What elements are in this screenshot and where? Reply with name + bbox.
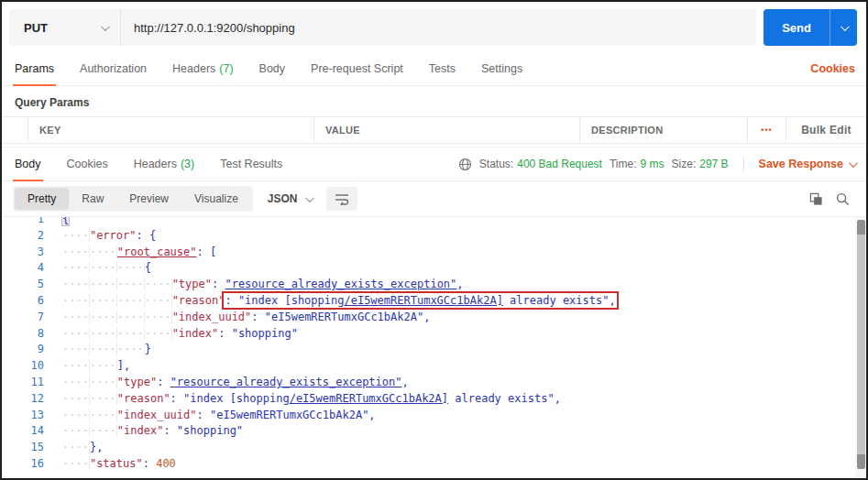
code-line: 11········"type": "resource_already_exis… (2, 375, 855, 391)
code-line: 8················"index": "shopping" (2, 326, 855, 343)
globe-icon (458, 158, 472, 171)
line-number: 3 (2, 245, 44, 261)
indent-guide: ···· (62, 311, 90, 323)
indent-guide: ···· (145, 278, 172, 290)
code-line: 1{ (2, 217, 855, 228)
code-line: 7················"index_uuid": "eI5wemRE… (2, 310, 855, 326)
language-dropdown[interactable]: JSON (262, 192, 317, 205)
response-header: Body Cookies Headers(3) Test Results Sta… (2, 147, 866, 181)
view-visualize[interactable]: Visualize (181, 188, 251, 210)
indent-guide: ···· (90, 245, 117, 258)
indent-guide: ···· (90, 424, 117, 437)
wrap-lines-button[interactable] (326, 187, 357, 211)
scrollbar-thumb[interactable] (857, 220, 865, 469)
indent-guide: ···· (62, 409, 90, 421)
query-params-header: KEY VALUE DESCRIPTION ••• Bulk Edit (2, 116, 866, 144)
view-preview[interactable]: Preview (116, 188, 181, 210)
code-line: 4············{ (2, 260, 855, 277)
indent-guide: ···· (62, 229, 90, 242)
indent-guide: ···· (62, 392, 90, 405)
bulk-edit-button[interactable]: Bulk Edit (786, 117, 866, 143)
response-meta: Status: 400 Bad Request Time: 9 ms Size:… (458, 147, 855, 180)
indent-guide: ···· (62, 294, 90, 307)
line-number: 1 (2, 217, 44, 228)
language-label: JSON (268, 192, 298, 205)
indent-guide: ···· (145, 311, 172, 323)
url-text: http://127.0.0.1:9200/shopping (134, 21, 295, 35)
indent-guide: ···· (90, 343, 117, 355)
code-line: 15····}, (2, 440, 855, 456)
request-tabs: Params Authorization Headers(7) Body Pre… (2, 52, 866, 86)
code-editor[interactable]: 1{2····"error": {3········"root_cause": … (2, 217, 855, 478)
size-badge: Size: 297 B (672, 158, 729, 170)
indent-guide: ···· (90, 376, 117, 388)
tab-headers[interactable]: Headers(7) (170, 52, 236, 85)
code-line: 10········], (2, 358, 855, 375)
code-line: 13········"index_uuid": "eI5wemRERTumxGC… (2, 408, 855, 424)
indent-guide: ···· (62, 441, 90, 453)
line-number: 7 (2, 310, 44, 326)
cookies-link[interactable]: Cookies (810, 62, 855, 75)
view-pretty[interactable]: Pretty (15, 188, 69, 210)
method-label: PUT (24, 21, 48, 35)
select-all-cell[interactable] (2, 117, 27, 143)
view-raw[interactable]: Raw (69, 188, 116, 210)
response-tab-cookies[interactable]: Cookies (65, 147, 110, 180)
method-dropdown[interactable]: PUT (9, 9, 121, 46)
code-lines: 1{2····"error": {3········"root_cause": … (2, 217, 855, 473)
query-params-title: Query Params (2, 86, 866, 116)
chevron-down-icon (849, 158, 858, 168)
send-options-button[interactable] (830, 9, 857, 46)
toolbar-right-icons (809, 192, 855, 206)
line-number: 13 (2, 408, 44, 424)
tab-pre-request-script[interactable]: Pre-request Script (309, 52, 405, 85)
indent-guide: ···· (62, 327, 90, 340)
annotation-box: : "index [shopping/eI5wemRERTumxGCc1bAk2… (225, 294, 615, 307)
indent-guide: ···· (62, 457, 90, 470)
code-line: 5················"type": "resource_alrea… (2, 277, 855, 293)
code-line: 2····"error": { (2, 228, 855, 245)
url-bar: PUT http://127.0.0.1:9200/shopping (9, 9, 756, 46)
tab-authorization[interactable]: Authorization (78, 52, 148, 85)
response-headers-count: (3) (181, 158, 194, 170)
indent-guide: ···· (62, 376, 90, 388)
line-number: 9 (2, 342, 44, 358)
send-button[interactable]: Send (764, 9, 830, 46)
response-tab-body[interactable]: Body (13, 147, 43, 180)
send-label: Send (782, 21, 811, 35)
vertical-scrollbar[interactable] (855, 217, 866, 478)
save-response-button[interactable]: Save Response (759, 158, 855, 170)
more-options-icon[interactable]: ••• (747, 117, 786, 143)
tab-settings[interactable]: Settings (479, 52, 524, 85)
line-number: 10 (2, 358, 44, 375)
column-description[interactable]: DESCRIPTION (579, 117, 747, 143)
indent-guide: ···· (117, 261, 145, 274)
line-number: 16 (2, 456, 44, 473)
indent-guide: ···· (90, 392, 117, 405)
response-tab-test-results[interactable]: Test Results (218, 147, 284, 180)
column-value[interactable]: VALUE (313, 117, 579, 143)
search-icon[interactable] (836, 192, 850, 206)
indent-guide: ···· (62, 278, 90, 290)
indent-guide: ···· (145, 294, 172, 307)
indent-guide: ···· (90, 261, 117, 274)
tab-tests[interactable]: Tests (427, 52, 457, 85)
line-number: 15 (2, 440, 44, 456)
indent-guide: ···· (117, 311, 145, 323)
divider (743, 157, 744, 171)
copy-icon[interactable] (809, 192, 823, 206)
tab-params[interactable]: Params (13, 52, 56, 85)
tab-body[interactable]: Body (258, 52, 288, 85)
indent-guide: ···· (117, 327, 145, 340)
url-input[interactable]: http://127.0.0.1:9200/shopping (121, 9, 756, 46)
code-line: 16····"status": 400 (2, 456, 855, 473)
line-number: 4 (2, 260, 44, 277)
indent-guide: ···· (62, 359, 90, 372)
response-body-panel: 1{2····"error": {3········"root_cause": … (2, 216, 866, 478)
response-tab-headers[interactable]: Headers(3) (132, 147, 197, 180)
view-mode-group: Pretty Raw Preview Visualize (13, 186, 253, 212)
code-line: 6················"reason": "index [shopp… (2, 293, 855, 310)
chevron-down-icon (841, 22, 850, 31)
line-number: 11 (2, 375, 44, 391)
column-key[interactable]: KEY (27, 117, 313, 143)
